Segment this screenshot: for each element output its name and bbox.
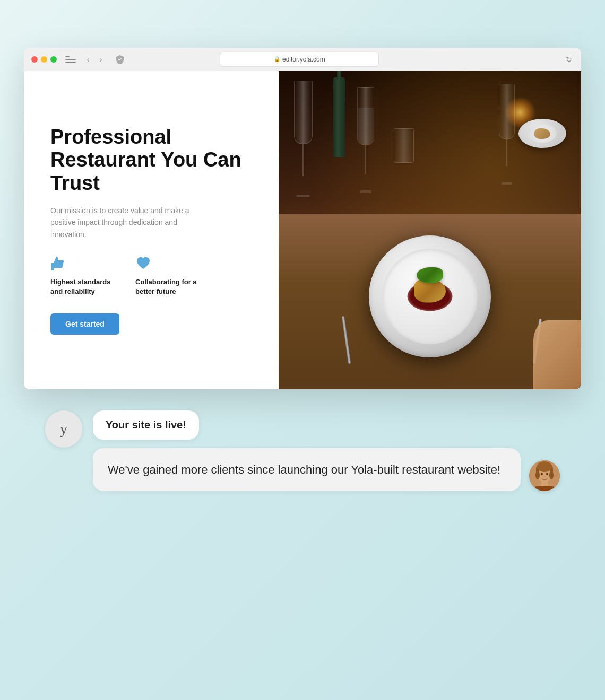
- glass-base-2: [360, 190, 371, 193]
- reload-icon[interactable]: ↻: [564, 55, 574, 64]
- bottle-neck: [337, 71, 341, 80]
- glass-stem-2: [365, 145, 366, 174]
- get-started-button[interactable]: Get started: [50, 313, 119, 335]
- maximize-button[interactable]: [50, 56, 57, 63]
- features-row: Highest standards and reliability Collab…: [50, 256, 252, 296]
- heart-icon: [135, 256, 152, 273]
- hero-title: Professional Restaurant You Can Trust: [50, 126, 252, 195]
- glass-stem-1: [302, 144, 304, 176]
- feature-1: Highest standards and reliability: [50, 256, 114, 296]
- left-panel: Professional Restaurant You Can Trust Ou…: [24, 71, 279, 389]
- restaurant-image: [279, 71, 581, 389]
- nav-arrows: ‹ ›: [83, 55, 106, 64]
- url-bar[interactable]: 🔒 editor.yola.com: [220, 52, 379, 67]
- main-plate: [369, 235, 491, 357]
- feature-1-label: Highest standards and reliability: [50, 277, 114, 296]
- svg-point-8: [546, 473, 548, 475]
- svg-point-7: [541, 473, 543, 475]
- browser-toolbar: ‹ › 🔒 editor.yola.com ↻: [24, 48, 581, 71]
- forward-arrow[interactable]: ›: [96, 55, 106, 64]
- small-plate: [518, 119, 566, 148]
- feature-2: Collaborating for a better future: [135, 256, 199, 296]
- glass-base-1: [297, 195, 310, 197]
- traffic-lights: [31, 56, 57, 63]
- glass-body-2: [357, 87, 374, 145]
- feature-2-label: Collaborating for a better future: [135, 277, 199, 296]
- browser-content: Professional Restaurant You Can Trust Ou…: [24, 71, 581, 389]
- close-button[interactable]: [31, 56, 38, 63]
- svg-point-5: [549, 471, 554, 479]
- chat-bubble-2: We've gained more clients since launchin…: [93, 448, 521, 491]
- svg-point-6: [537, 461, 552, 472]
- chat-bubble-2-wrapper: We've gained more clients since launchin…: [93, 448, 560, 491]
- user-avatar: [529, 460, 560, 491]
- glass-body-1: [294, 81, 313, 144]
- svg-rect-11: [534, 486, 555, 491]
- back-arrow[interactable]: ‹: [83, 55, 93, 64]
- hand: [533, 320, 581, 389]
- chat-section: y Your site is live! We've gained more c…: [24, 389, 581, 507]
- hero-subtitle: Our mission is to create value and make …: [50, 205, 199, 240]
- yola-avatar: y: [45, 410, 82, 448]
- minimize-button[interactable]: [41, 56, 47, 63]
- svg-point-4: [535, 471, 540, 479]
- wine-bottle: [333, 77, 345, 157]
- chat-bubble-1: Your site is live!: [93, 410, 199, 440]
- lock-icon: 🔒: [274, 56, 280, 62]
- browser-window: ‹ › 🔒 editor.yola.com ↻ Profess: [24, 48, 581, 389]
- right-panel: [279, 71, 581, 389]
- url-text: editor.yola.com: [282, 56, 325, 63]
- svg-point-9: [544, 476, 546, 477]
- security-icon: [115, 55, 125, 64]
- outer-wrapper: ‹ › 🔒 editor.yola.com ↻ Profess: [24, 32, 581, 668]
- sidebar-toggle-icon[interactable]: [65, 56, 76, 63]
- thumbsup-icon: [50, 256, 67, 273]
- svg-rect-10: [541, 482, 548, 487]
- chat-messages: Your site is live! We've gained more cli…: [93, 410, 560, 491]
